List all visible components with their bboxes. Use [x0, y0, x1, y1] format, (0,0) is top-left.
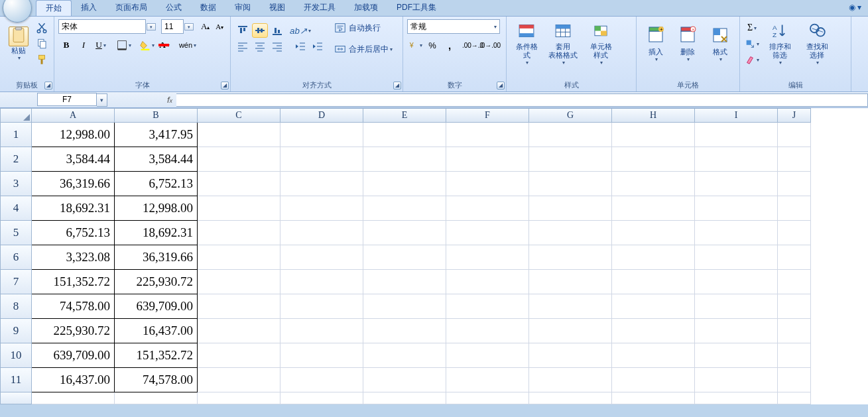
- cell-C9[interactable]: [198, 319, 280, 343]
- cell-E7[interactable]: [363, 270, 446, 294]
- cell-F8[interactable]: [446, 294, 529, 319]
- bold-button[interactable]: B: [58, 38, 74, 52]
- format-painter-button[interactable]: [34, 52, 50, 67]
- font-size-combo[interactable]: [161, 19, 184, 34]
- tab-页面布局[interactable]: 页面布局: [106, 0, 156, 16]
- row-header-7[interactable]: 7: [0, 270, 32, 294]
- row-header-4[interactable]: 4: [0, 196, 32, 221]
- cell-J9[interactable]: [778, 319, 811, 343]
- row-header-1[interactable]: 1: [0, 123, 32, 147]
- cell-J7[interactable]: [778, 270, 811, 294]
- cell-E8[interactable]: [363, 294, 446, 319]
- cell-A10[interactable]: 639,709.00: [32, 343, 115, 368]
- cell-D4[interactable]: [280, 196, 363, 221]
- clipboard-launcher[interactable]: ◢: [44, 82, 52, 89]
- paste-button[interactable]: 粘贴▾: [4, 19, 32, 68]
- delete-cells-button[interactable]: × 删除▾: [672, 19, 703, 68]
- cell-D7[interactable]: [280, 270, 363, 294]
- cell-J5[interactable]: [778, 221, 811, 245]
- row-header-3[interactable]: 3: [0, 172, 32, 196]
- cell-I6[interactable]: [695, 245, 778, 270]
- help-icon[interactable]: ◉ ▾: [849, 3, 861, 12]
- align-left[interactable]: [235, 39, 251, 54]
- col-header-I[interactable]: I: [695, 108, 778, 123]
- tab-视图[interactable]: 视图: [260, 0, 294, 16]
- cell-J4[interactable]: [778, 196, 811, 221]
- cell-D12[interactable]: [280, 392, 363, 404]
- font-launcher[interactable]: ◢: [221, 82, 229, 89]
- cell-H8[interactable]: [612, 294, 695, 319]
- cell-C3[interactable]: [198, 172, 280, 196]
- tab-开发工具[interactable]: 开发工具: [294, 0, 345, 16]
- cell-A5[interactable]: 6,752.13: [32, 221, 115, 245]
- tab-开始[interactable]: 开始: [36, 0, 72, 16]
- cell-C8[interactable]: [198, 294, 280, 319]
- cell-E1[interactable]: [363, 123, 446, 147]
- cell-C10[interactable]: [198, 343, 280, 368]
- align-top[interactable]: [235, 23, 251, 38]
- align-bottom[interactable]: [269, 23, 285, 38]
- cell-G3[interactable]: [529, 172, 612, 196]
- cell-E6[interactable]: [363, 245, 446, 270]
- conditional-format-button[interactable]: 条件格式▾: [511, 19, 542, 68]
- row-header-11[interactable]: 11: [0, 368, 32, 392]
- increase-decimal[interactable]: .00→.0: [465, 38, 481, 52]
- row-header-6[interactable]: 6: [0, 245, 32, 270]
- col-header-A[interactable]: A: [32, 108, 115, 123]
- cell-B9[interactable]: 16,437.00: [115, 319, 198, 343]
- cell-I5[interactable]: [695, 221, 778, 245]
- name-box-dd[interactable]: ▾: [97, 93, 107, 107]
- cell-E2[interactable]: [363, 147, 446, 172]
- cell-C5[interactable]: [198, 221, 280, 245]
- cell-I10[interactable]: [695, 343, 778, 368]
- cell-G12[interactable]: [529, 392, 612, 404]
- indent-decrease[interactable]: [292, 39, 308, 54]
- cell-A6[interactable]: 3,323.08: [32, 245, 115, 270]
- cell-C1[interactable]: [198, 123, 280, 147]
- cell-I11[interactable]: [695, 368, 778, 392]
- cell-A8[interactable]: 74,578.00: [32, 294, 115, 319]
- tab-PDF工具集[interactable]: PDF工具集: [387, 0, 446, 16]
- cell-D8[interactable]: [280, 294, 363, 319]
- cell-C6[interactable]: [198, 245, 280, 270]
- tab-审阅[interactable]: 审阅: [225, 0, 260, 16]
- cell-C11[interactable]: [198, 368, 280, 392]
- cell-J10[interactable]: [778, 343, 811, 368]
- cell-H9[interactable]: [612, 319, 695, 343]
- cell-G11[interactable]: [529, 368, 612, 392]
- comma-format[interactable]: ,: [442, 38, 458, 52]
- grow-font-button[interactable]: A▴: [199, 19, 212, 34]
- indent-increase[interactable]: [310, 39, 326, 54]
- cell-I1[interactable]: [695, 123, 778, 147]
- cell-I9[interactable]: [695, 319, 778, 343]
- format-cells-button[interactable]: 格式▾: [705, 19, 735, 68]
- select-all-corner[interactable]: [0, 108, 32, 123]
- cell-E11[interactable]: [363, 368, 446, 392]
- col-header-B[interactable]: B: [115, 108, 198, 123]
- sort-filter-button[interactable]: AZ 排序和 筛选▾: [763, 19, 797, 68]
- cell-B2[interactable]: 3,584.44: [115, 147, 198, 172]
- col-header-G[interactable]: G: [529, 108, 612, 123]
- cell-G5[interactable]: [529, 221, 612, 245]
- col-header-E[interactable]: E: [363, 108, 446, 123]
- cell-C7[interactable]: [198, 270, 280, 294]
- cell-J1[interactable]: [778, 123, 811, 147]
- cell-G9[interactable]: [529, 319, 612, 343]
- cell-D3[interactable]: [280, 172, 363, 196]
- cut-button[interactable]: [34, 21, 50, 35]
- insert-cells-button[interactable]: + 插入▾: [641, 19, 671, 68]
- cell-E5[interactable]: [363, 221, 446, 245]
- cell-A1[interactable]: 12,998.00: [32, 123, 115, 147]
- clear-button[interactable]: ▾: [744, 52, 760, 67]
- cell-A9[interactable]: 225,930.72: [32, 319, 115, 343]
- cell-B10[interactable]: 151,352.72: [115, 343, 198, 368]
- col-header-C[interactable]: C: [198, 108, 280, 123]
- cell-H5[interactable]: [612, 221, 695, 245]
- cell-G8[interactable]: [529, 294, 612, 319]
- cell-F10[interactable]: [446, 343, 529, 368]
- col-header-J[interactable]: J: [778, 108, 811, 123]
- accounting-format[interactable]: ¥▾: [407, 38, 423, 52]
- cell-J12[interactable]: [778, 392, 811, 404]
- worksheet[interactable]: ABCDEFGHIJ 112,998.003,417.9523,584.443,…: [0, 108, 868, 404]
- cell-F9[interactable]: [446, 319, 529, 343]
